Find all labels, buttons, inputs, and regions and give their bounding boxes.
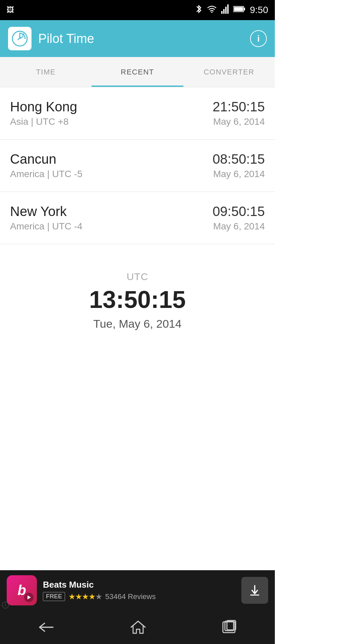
location-name-hongkong: Hong Kong	[10, 99, 77, 114]
time-value-hongkong: 21:50:15	[213, 99, 265, 114]
app-logo	[8, 27, 32, 50]
ad-badge-row: FREE ★★★★★ 53464 Reviews	[43, 592, 235, 601]
svg-rect-6	[244, 8, 245, 10]
info-button[interactable]: i	[250, 30, 267, 47]
ad-download-button[interactable]	[241, 577, 268, 604]
time-info-newyork: 09:50:15 May 6, 2014	[213, 204, 265, 232]
tab-time[interactable]: TIME	[0, 57, 92, 87]
tab-converter[interactable]: CONVERTER	[183, 57, 275, 87]
status-time: 9:50	[250, 5, 268, 15]
ad-banner[interactable]: b Beats Music FREE ★★★★★ 53464 Reviews i	[0, 570, 275, 610]
play-overlay	[24, 593, 34, 602]
bluetooth-icon	[195, 4, 202, 16]
location-name-newyork: New York	[10, 204, 82, 219]
nav-recents-button[interactable]	[212, 616, 247, 638]
location-info-hongkong: Hong Kong Asia | UTC +8	[10, 99, 77, 127]
ad-free-badge: FREE	[43, 592, 65, 601]
content-area: Hong Kong Asia | UTC +8 21:50:15 May 6, …	[0, 87, 275, 351]
image-icon: 🖼	[7, 6, 14, 14]
utc-clock-section: UTC 13:50:15 Tue, May 6, 2014	[0, 244, 275, 351]
svg-rect-1	[221, 11, 223, 14]
svg-rect-4	[227, 4, 229, 14]
signal-icon	[221, 4, 229, 16]
app-header: Pilot Time i	[0, 20, 275, 57]
status-bar-left: 🖼	[7, 6, 190, 14]
ad-reviews: 53464 Reviews	[105, 592, 156, 601]
tab-recent[interactable]: RECENT	[92, 57, 183, 87]
status-bar: 🖼 9:50	[0, 0, 275, 20]
svg-rect-7	[234, 7, 243, 11]
list-item-cancun[interactable]: Cancun America | UTC -5 08:50:15 May 6, …	[0, 140, 275, 192]
nav-home-button[interactable]	[120, 616, 156, 638]
ad-info: Beats Music FREE ★★★★★ 53464 Reviews	[43, 580, 235, 601]
utc-date: Tue, May 6, 2014	[93, 317, 181, 330]
time-value-cancun: 08:50:15	[213, 152, 265, 167]
tab-bar: TIME RECENT CONVERTER	[0, 57, 275, 87]
location-name-cancun: Cancun	[10, 152, 82, 167]
utc-label: UTC	[127, 271, 148, 282]
location-info-newyork: New York America | UTC -4	[10, 204, 82, 232]
svg-point-0	[211, 12, 213, 13]
date-value-hongkong: May 6, 2014	[213, 116, 265, 127]
app-title: Pilot Time	[38, 32, 250, 46]
location-zone-newyork: America | UTC -4	[10, 221, 82, 232]
list-item-hongkong[interactable]: Hong Kong Asia | UTC +8 21:50:15 May 6, …	[0, 87, 275, 140]
date-value-cancun: May 6, 2014	[213, 169, 265, 179]
nav-bar	[0, 610, 275, 644]
date-value-newyork: May 6, 2014	[213, 221, 265, 232]
ad-app-name: Beats Music	[43, 580, 235, 590]
time-info-cancun: 08:50:15 May 6, 2014	[213, 152, 265, 179]
svg-rect-3	[225, 7, 227, 14]
list-item-newyork[interactable]: New York America | UTC -4 09:50:15 May 6…	[0, 192, 275, 244]
battery-icon	[233, 5, 245, 15]
svg-rect-2	[223, 9, 225, 14]
svg-rect-11	[225, 621, 234, 631]
svg-marker-9	[27, 595, 31, 599]
location-info-cancun: Cancun America | UTC -5	[10, 152, 82, 179]
wifi-icon	[207, 5, 217, 15]
time-info-hongkong: 21:50:15 May 6, 2014	[213, 99, 265, 127]
utc-time: 13:50:15	[89, 286, 186, 313]
ad-stars: ★★★★★	[68, 592, 102, 601]
time-value-newyork: 09:50:15	[213, 204, 265, 219]
nav-back-button[interactable]	[28, 617, 65, 637]
ad-info-small-icon: i	[2, 602, 9, 608]
location-zone-cancun: America | UTC -5	[10, 169, 82, 179]
ad-app-icon: b	[7, 575, 37, 605]
location-zone-hongkong: Asia | UTC +8	[10, 116, 77, 127]
